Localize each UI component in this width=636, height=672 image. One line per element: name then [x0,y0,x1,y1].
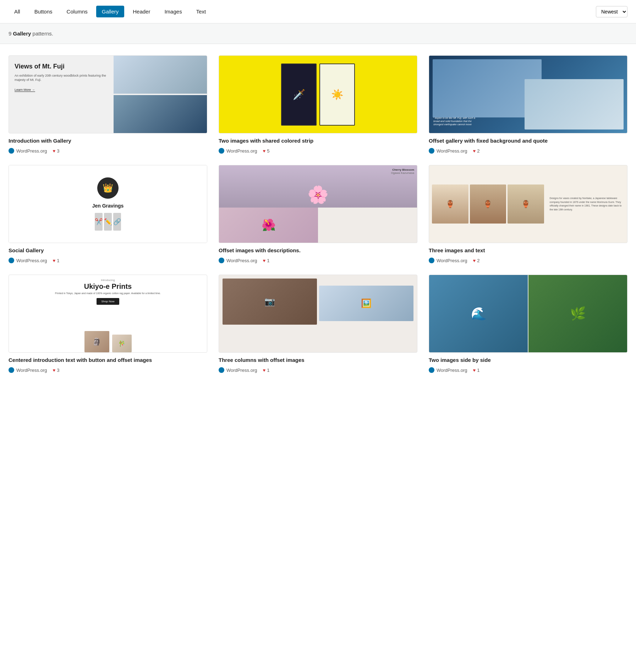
thumb-two-images-strip[interactable]: 🗡️ ☀️ [219,55,417,133]
wp-icon [9,367,14,373]
nav-buttons[interactable]: Buttons [29,6,58,17]
sort-select[interactable]: Newest [596,6,627,17]
nav-gallery[interactable]: Gallery [96,6,125,17]
nav-header[interactable]: Header [127,6,156,17]
card-two-side-by-side[interactable]: 🌊 🌿 Two images side by side WordPress.or… [429,275,627,373]
card-author-offset: WordPress.org [429,148,467,154]
nav-text[interactable]: Text [191,6,212,17]
avatar-icon: 👑 [103,183,113,193]
card-meta-three: WordPress.org ♥ 2 [429,258,627,263]
card-author-intro: WordPress.org [9,148,47,154]
three-images-text-content: Designs for vases created by Noritake, a… [550,197,624,211]
offset-img-2 [525,79,624,130]
nav-bar: All Buttons Columns Gallery Header Image… [0,0,636,23]
wp-icon [219,258,224,263]
card-likes-social: ♥ 1 [53,258,59,263]
card-likes-centered: ♥ 3 [53,368,59,373]
card-author-strip: WordPress.org [219,148,257,154]
heart-icon: ♥ [263,148,265,154]
wp-icon [9,148,14,154]
card-title-social: Social Gallery [9,247,207,254]
card-author-three: WordPress.org [429,258,467,263]
wp-icon [429,367,434,373]
card-meta-intro: WordPress.org ♥ 3 [9,148,207,154]
fuji-title: Views of Mt. Fuji [15,63,108,71]
social-img-2: ✏️ [104,213,112,231]
card-offset-gallery[interactable]: " Aspire to be like Mt. Fuji, with such … [429,55,627,154]
cherry-blossom-label: Cherry Blossom [391,168,414,171]
card-likes-cols: ♥ 1 [263,368,269,373]
heart-icon: ♥ [263,368,265,373]
social-name: Jen Gravings [92,203,124,209]
thumb-three-images-text[interactable]: 🏺 🏺 🏺 Designs for vases created by Norit… [429,165,627,243]
count-bar: 9 Gallery patterns. [0,23,636,44]
introducing-label: Introducing [55,279,161,282]
shop-now-button[interactable]: Shop Now [97,298,120,305]
thumb-intro-gallery[interactable]: Views of Mt. Fuji An exhibition of early… [9,55,207,133]
fuji-sub: An exhibition of early 20th century wood… [15,73,108,82]
heart-icon: ♥ [263,258,265,263]
card-three-cols[interactable]: 📷 🖼️ Three columns with offset images Wo… [219,275,417,373]
card-likes-side: ♥ 1 [473,368,479,373]
card-two-images-strip[interactable]: 🗡️ ☀️ Two images with shared colored str… [219,55,417,154]
thumb-offset-desc[interactable]: Cherry Blossom Ogawa Kazumasa 🌸 🌺 [219,165,417,243]
card-meta-desc: WordPress.org ♥ 1 [219,258,417,263]
card-title-cols: Three columns with offset images [219,356,417,364]
thumb-three-cols[interactable]: 📷 🖼️ [219,275,417,353]
card-title-three: Three images and text [429,247,627,254]
tarot-img-1: 🗡️ [281,64,317,126]
card-likes-desc: ♥ 1 [263,258,269,263]
card-likes-three: ♥ 2 [473,258,479,263]
wp-icon [9,258,14,263]
heart-icon: ♥ [473,368,476,373]
card-author-centered: WordPress.org [9,367,47,373]
thumb-centered-intro[interactable]: Introducing Ukiyo-e Prints Printed in To… [9,275,207,353]
avatar: 👑 [97,177,119,199]
heart-icon: ♥ [53,258,55,263]
nav-all[interactable]: All [9,6,26,17]
card-title-strip: Two images with shared colored strip [219,137,417,144]
social-img-3: 🔗 [113,213,121,231]
card-author-desc: WordPress.org [219,258,257,263]
card-meta-centered: WordPress.org ♥ 3 [9,367,207,373]
card-title-desc: Offset images with descriptions. [219,247,417,254]
heart-icon: ♥ [53,148,55,154]
pattern-grid: Views of Mt. Fuji An exhibition of early… [0,44,636,384]
card-title-side: Two images side by side [429,356,627,364]
wp-icon [429,258,434,263]
wp-icon [429,148,434,154]
card-title-intro: Introduction with Gallery [9,137,207,144]
card-likes-strip: ♥ 5 [263,148,269,154]
heart-icon: ♥ [473,258,476,263]
nav-images[interactable]: Images [159,6,187,17]
ukiyoe-sub: Printed in Tokyo, Japan and made of 100%… [55,292,161,295]
learn-more-link[interactable]: Learn More → [15,88,35,92]
card-meta-side: WordPress.org ♥ 1 [429,367,627,373]
heart-icon: ♥ [473,148,476,154]
ukiyoe-title: Ukiyo-e Prints [55,282,161,290]
card-social-gallery[interactable]: 👑 Jen Gravings ✂️ ✏️ 🔗 Social Gallery Wo… [9,165,207,263]
social-images-row: ✂️ ✏️ 🔗 [89,213,127,231]
thumb-two-side-by-side[interactable]: 🌊 🌿 [429,275,627,353]
offset-quote: " Aspire to be like Mt. Fuji, with such … [433,116,476,126]
count-text: 9 Gallery patterns. [9,31,53,37]
wp-icon [219,367,224,373]
card-intro-gallery[interactable]: Views of Mt. Fuji An exhibition of early… [9,55,207,154]
thumb-offset-gallery[interactable]: " Aspire to be like Mt. Fuji, with such … [429,55,627,133]
card-meta-social: WordPress.org ♥ 1 [9,258,207,263]
card-title-offset: Offset gallery with fixed background and… [429,137,627,144]
card-centered-intro[interactable]: Introducing Ukiyo-e Prints Printed in To… [9,275,207,373]
card-author-cols: WordPress.org [219,367,257,373]
card-three-images-text[interactable]: 🏺 🏺 🏺 Designs for vases created by Norit… [429,165,627,263]
card-offset-desc[interactable]: Cherry Blossom Ogawa Kazumasa 🌸 🌺 Offset… [219,165,417,263]
tarot-img-2: ☀️ [319,64,355,126]
card-author-side: WordPress.org [429,367,467,373]
card-author-social: WordPress.org [9,258,47,263]
thumb-social-gallery[interactable]: 👑 Jen Gravings ✂️ ✏️ 🔗 [9,165,207,243]
nav-columns[interactable]: Columns [61,6,93,17]
card-title-centered: Centered introduction text with button a… [9,356,207,364]
heart-icon: ♥ [53,368,55,373]
card-likes-offset: ♥ 2 [473,148,479,154]
card-meta-strip: WordPress.org ♥ 5 [219,148,417,154]
wp-icon [219,148,224,154]
